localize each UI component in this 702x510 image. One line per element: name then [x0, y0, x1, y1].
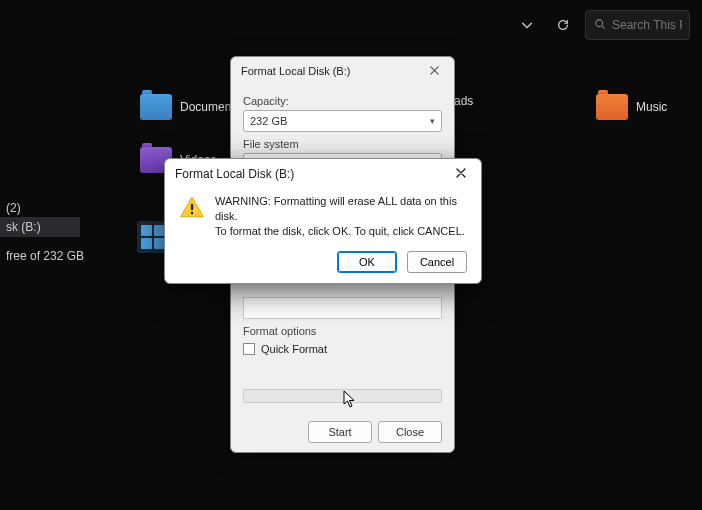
sidebar-free-text: free of 232 GB — [0, 246, 94, 266]
refresh-icon[interactable] — [549, 11, 577, 39]
folder-icon — [596, 94, 628, 120]
progress-bar — [243, 389, 442, 403]
folder-documents[interactable]: Documents — [140, 94, 241, 120]
cancel-button[interactable]: Cancel — [407, 251, 467, 273]
capacity-value: 232 GB — [250, 115, 287, 127]
svg-point-0 — [596, 19, 603, 26]
folder-music[interactable]: Music — [596, 94, 667, 120]
quick-format-checkbox[interactable]: Quick Format — [243, 343, 442, 355]
warning-icon — [179, 194, 205, 220]
warning-dialog: Format Local Disk (B:) WARNING: Formatti… — [164, 158, 482, 284]
close-icon[interactable] — [451, 165, 471, 182]
folder-label: Music — [636, 100, 667, 114]
checkbox-icon — [243, 343, 255, 355]
search-icon — [594, 18, 606, 33]
search-input[interactable] — [612, 18, 682, 32]
format-options-label: Format options — [243, 325, 442, 337]
filesystem-label: File system — [243, 138, 442, 150]
folder-icon — [140, 94, 172, 120]
capacity-select[interactable]: 232 GB ▾ — [243, 110, 442, 132]
format-dialog-title: Format Local Disk (B:) — [241, 65, 350, 77]
close-button[interactable]: Close — [378, 421, 442, 443]
folder-downloads[interactable]: ads — [454, 94, 473, 108]
capacity-label: Capacity: — [243, 95, 442, 107]
search-input-container[interactable] — [585, 10, 690, 40]
warning-line2: To format the disk, click OK. To quit, c… — [215, 224, 467, 239]
close-icon[interactable] — [425, 63, 444, 79]
warning-line1: WARNING: Formatting will erase ALL data … — [215, 194, 467, 224]
svg-rect-1 — [191, 204, 193, 211]
quick-format-label: Quick Format — [261, 343, 327, 355]
chevron-down-icon: ▾ — [430, 116, 435, 126]
warning-dialog-title: Format Local Disk (B:) — [175, 167, 294, 181]
sidebar-item-count[interactable]: (2) — [0, 198, 31, 218]
sidebar-item-disk[interactable]: sk (B:) — [0, 217, 80, 237]
volume-label-input[interactable] — [243, 297, 442, 319]
folder-label: ads — [454, 94, 473, 108]
svg-point-2 — [191, 212, 194, 215]
ok-button[interactable]: OK — [337, 251, 397, 273]
start-button[interactable]: Start — [308, 421, 372, 443]
chevron-down-icon[interactable] — [513, 11, 541, 39]
